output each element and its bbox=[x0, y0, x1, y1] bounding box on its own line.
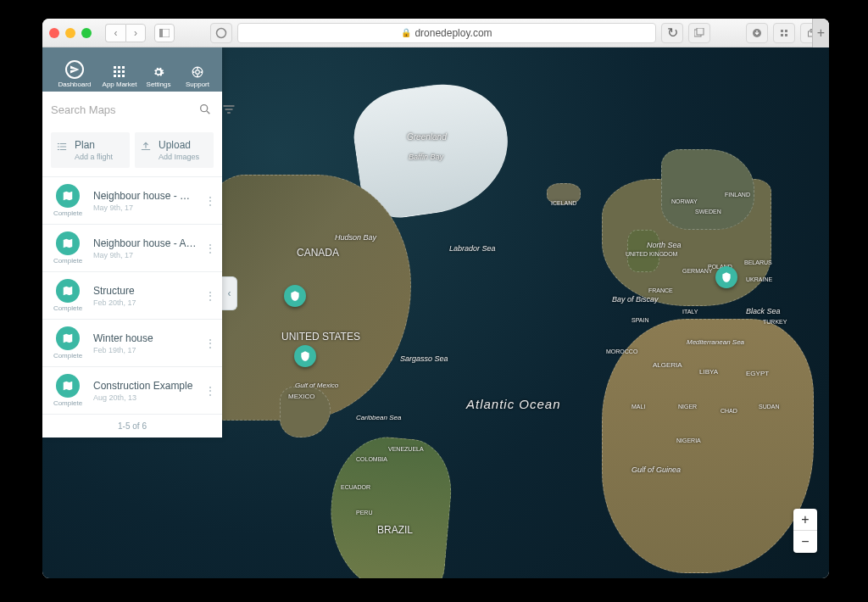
item-status: Complete bbox=[53, 399, 82, 407]
label-black: Black Sea bbox=[746, 307, 781, 315]
land-south-america bbox=[324, 432, 455, 578]
tabs-button[interactable] bbox=[688, 23, 710, 43]
upload-subtitle: Add Images bbox=[159, 153, 199, 161]
search-icon[interactable] bbox=[198, 103, 212, 116]
zoom-controls: + − bbox=[793, 509, 817, 553]
svg-rect-15 bbox=[118, 70, 120, 73]
browser-window: ‹ › 🔒 dronedeploy.com ↻ bbox=[42, 19, 829, 578]
svg-point-22 bbox=[201, 105, 208, 112]
list-icon bbox=[56, 141, 68, 156]
support-icon bbox=[191, 65, 204, 79]
maps-list: Complete Neighbour house - Ma…May 9th, 1… bbox=[42, 176, 222, 415]
svg-rect-19 bbox=[122, 75, 125, 77]
list-item[interactable]: Complete Construction ExampleAug 20th, 1… bbox=[42, 367, 222, 415]
item-title: Neighbour house - Apr… bbox=[93, 237, 197, 249]
plan-button[interactable]: Plan Add a flight bbox=[51, 132, 130, 168]
more-menu-button[interactable]: ⋮ bbox=[203, 337, 217, 350]
action-row: Plan Add a flight Upload Add Images bbox=[42, 127, 222, 176]
item-status: Complete bbox=[53, 304, 82, 312]
svg-rect-7 bbox=[785, 30, 787, 32]
list-item[interactable]: Complete Neighbour house - Ma…May 9th, 1… bbox=[42, 177, 222, 225]
label-sargasso: Sargasso Sea bbox=[400, 354, 448, 363]
item-date: May 9th, 17 bbox=[93, 251, 197, 259]
reader-button[interactable] bbox=[210, 23, 232, 43]
close-window-button[interactable] bbox=[49, 28, 59, 38]
map-marker[interactable] bbox=[294, 345, 316, 367]
land-mexico bbox=[280, 387, 331, 438]
upload-button[interactable]: Upload Add Images bbox=[135, 132, 214, 168]
more-menu-button[interactable]: ⋮ bbox=[203, 289, 217, 303]
list-item[interactable]: Complete StructureFeb 20th, 17 ⋮ bbox=[42, 272, 222, 320]
nav-label: Support bbox=[186, 81, 209, 88]
filter-icon[interactable] bbox=[222, 103, 236, 116]
land-scandinavia bbox=[661, 149, 754, 230]
sidebar-panel: Dashboard App Market Settings Support bbox=[42, 47, 222, 438]
search-input[interactable] bbox=[51, 103, 193, 116]
svg-rect-12 bbox=[118, 66, 120, 69]
plan-subtitle: Add a flight bbox=[75, 153, 113, 161]
land-africa bbox=[602, 319, 814, 573]
pagination-text: 1-5 of 6 bbox=[42, 415, 222, 438]
list-item[interactable]: Complete Winter houseFeb 19th, 17 ⋮ bbox=[42, 320, 222, 367]
zoom-in-button[interactable]: + bbox=[793, 509, 817, 531]
svg-rect-1 bbox=[159, 29, 163, 37]
svg-point-21 bbox=[196, 70, 200, 75]
label-labrador: Labrador Sea bbox=[449, 244, 496, 253]
svg-rect-14 bbox=[114, 70, 116, 73]
item-title: Structure bbox=[93, 285, 197, 297]
label-caribbean: Caribbean Sea bbox=[356, 414, 401, 421]
browser-titlebar: ‹ › 🔒 dronedeploy.com ↻ bbox=[42, 19, 829, 47]
more-menu-button[interactable]: ⋮ bbox=[203, 384, 217, 398]
land-uk bbox=[627, 230, 659, 272]
dashboard-nav[interactable]: Dashboard bbox=[49, 60, 100, 88]
nav-app-market[interactable]: App Market bbox=[102, 65, 137, 88]
reload-button[interactable]: ↻ bbox=[661, 23, 683, 43]
upload-icon bbox=[140, 141, 152, 156]
list-item[interactable]: Complete Neighbour house - Apr…May 9th, … bbox=[42, 225, 222, 272]
lock-icon: 🔒 bbox=[401, 28, 411, 37]
panel-header: Dashboard App Market Settings Support bbox=[42, 47, 222, 92]
item-status: Complete bbox=[53, 209, 82, 217]
history-nav: ‹ › bbox=[105, 24, 146, 42]
grid-icon bbox=[113, 65, 126, 79]
svg-rect-6 bbox=[781, 30, 783, 32]
new-tab-button[interactable]: + bbox=[812, 19, 829, 47]
forward-button[interactable]: › bbox=[125, 24, 146, 42]
map-badge-icon bbox=[56, 326, 80, 350]
nav-support[interactable]: Support bbox=[180, 65, 215, 88]
map-badge-icon bbox=[56, 231, 80, 255]
top-sites-button[interactable] bbox=[773, 23, 795, 43]
more-menu-button[interactable]: ⋮ bbox=[203, 242, 217, 255]
address-bar[interactable]: 🔒 dronedeploy.com bbox=[237, 23, 656, 43]
map-marker[interactable] bbox=[715, 266, 737, 288]
url-text: dronedeploy.com bbox=[415, 27, 492, 39]
item-date: Feb 19th, 17 bbox=[93, 346, 197, 354]
more-menu-button[interactable]: ⋮ bbox=[203, 194, 217, 208]
svg-rect-18 bbox=[118, 75, 120, 77]
svg-rect-13 bbox=[122, 66, 125, 69]
back-button[interactable]: ‹ bbox=[105, 24, 125, 42]
sidebar-toggle-button[interactable] bbox=[154, 24, 175, 42]
item-date: Feb 20th, 17 bbox=[93, 298, 197, 307]
gear-icon bbox=[152, 65, 165, 79]
svg-rect-17 bbox=[114, 75, 116, 77]
search-row bbox=[42, 92, 222, 127]
maximize-window-button[interactable] bbox=[81, 28, 92, 38]
nav-label: App Market bbox=[103, 81, 137, 88]
minimize-window-button[interactable] bbox=[65, 28, 75, 38]
nav-settings[interactable]: Settings bbox=[141, 65, 176, 88]
label-atlantic: Atlantic Ocean bbox=[466, 397, 561, 411]
app-content: CANADA UNITED STATES BRAZIL MEXICO Atlan… bbox=[42, 47, 829, 578]
map-marker[interactable] bbox=[284, 285, 306, 307]
collapse-panel-button[interactable]: ‹ bbox=[222, 276, 237, 310]
zoom-out-button[interactable]: − bbox=[793, 531, 817, 553]
downloads-button[interactable] bbox=[746, 23, 768, 43]
svg-rect-9 bbox=[785, 34, 787, 36]
label-spain: SPAIN bbox=[632, 317, 649, 323]
item-status: Complete bbox=[53, 352, 82, 360]
item-date: May 9th, 17 bbox=[93, 203, 197, 212]
dashboard-icon bbox=[65, 60, 84, 79]
label-italy: ITALY bbox=[682, 309, 698, 315]
item-status: Complete bbox=[53, 257, 82, 265]
address-bar-wrap: 🔒 dronedeploy.com ↻ bbox=[237, 23, 710, 43]
